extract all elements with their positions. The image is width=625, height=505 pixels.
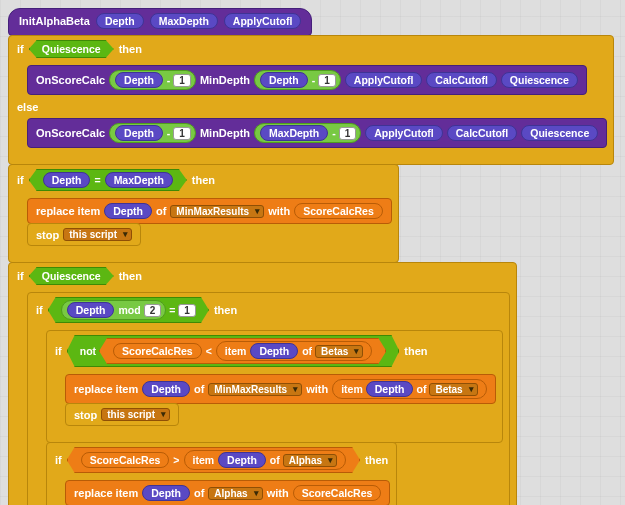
kw-then: then <box>404 345 427 357</box>
kw-of: of <box>302 345 312 357</box>
c-head: if Quiescence then <box>9 263 516 289</box>
c-head: if not ScoreCalcRes < item Depth of <box>47 331 502 371</box>
kw-if: if <box>55 345 62 357</box>
op-eq: = <box>169 304 175 316</box>
num-1: 1 <box>318 74 336 87</box>
c-head: if Quiescence then <box>9 36 613 62</box>
if-quiescence-1[interactable]: if Quiescence then OnScoreCalc Depth - 1… <box>8 35 614 165</box>
replace-alphas[interactable]: replace item Depth of Alphas with ScoreC… <box>65 480 390 505</box>
op-minus: - <box>167 74 171 86</box>
v-depth: Depth <box>43 172 91 188</box>
kw-replace-item: replace item <box>36 205 100 217</box>
kw-then: then <box>365 454 388 466</box>
dd-alphas[interactable]: Alphas <box>283 454 337 467</box>
v-maxdepth: MaxDepth <box>260 125 328 141</box>
cond-quiescence-2[interactable]: Quiescence <box>29 267 114 285</box>
v-quiescence: Quiescence <box>501 72 578 88</box>
var-quiescence: Quiescence <box>42 43 101 55</box>
kw-if: if <box>36 304 43 316</box>
param-depth: Depth <box>96 13 144 29</box>
arg-depth-1b[interactable]: Depth - 1 <box>254 70 341 90</box>
v-scorecalcres: ScoreCalcRes <box>293 485 382 501</box>
stop-script-2[interactable]: stop this script <box>65 403 179 426</box>
kw-mod: mod <box>118 304 140 316</box>
item-betas-2[interactable]: item Depth of Betas <box>332 379 487 399</box>
cond-quiescence[interactable]: Quiescence <box>29 40 114 58</box>
dd-alphas[interactable]: Alphas <box>208 487 262 500</box>
dd-this-script[interactable]: this script <box>101 408 170 421</box>
num-2: 2 <box>144 304 162 317</box>
if-quiescence-2[interactable]: if Quiescence then if Depth mod 2 = <box>8 262 517 505</box>
kw-if: if <box>17 43 24 55</box>
script-stack: InitAlphaBeta Depth MaxDepth ApplyCutofl… <box>8 8 617 505</box>
v-depth: Depth <box>366 381 414 397</box>
kw-replace-item: replace item <box>74 383 138 395</box>
item-alphas-1[interactable]: item Depth of Alphas <box>184 450 347 470</box>
num-1: 1 <box>173 127 191 140</box>
cond-lt[interactable]: ScoreCalcRes < item Depth of Betas <box>99 338 386 364</box>
v-depth: Depth <box>260 72 308 88</box>
c-body: replace item Depth of MinMaxResults with… <box>23 195 398 250</box>
kw-item: item <box>193 454 215 466</box>
op-mod[interactable]: Depth mod 2 <box>61 300 166 320</box>
kw-item: item <box>341 383 363 395</box>
cond-mod2-eq-1[interactable]: Depth mod 2 = 1 <box>48 297 209 323</box>
if-depth-eq-maxdepth[interactable]: if Depth = MaxDepth then replace item De… <box>8 164 399 263</box>
v-depth: Depth <box>115 125 163 141</box>
kw-then: then <box>192 174 215 186</box>
c-head: if Depth mod 2 = 1 then <box>28 293 509 327</box>
v-depth: Depth <box>67 302 115 318</box>
if-depth-mod2[interactable]: if Depth mod 2 = 1 then <box>27 292 510 505</box>
call-onscorecalc-b[interactable]: OnScoreCalc Depth - 1 MinDepth MaxDepth … <box>27 118 607 148</box>
arg-maxdepth-1[interactable]: MaxDepth - 1 <box>254 123 361 143</box>
cond-depth-eq-maxdepth[interactable]: Depth = MaxDepth <box>29 169 187 191</box>
v-scorecalcres: ScoreCalcRes <box>294 203 383 219</box>
dd-betas[interactable]: Betas <box>429 383 477 396</box>
c-body: replace item Depth of Alphas with ScoreC… <box>61 477 396 505</box>
dd-minmaxresults[interactable]: MinMaxResults <box>170 205 264 218</box>
v-applycutofl: ApplyCutofl <box>345 72 423 88</box>
kw-replace-item: replace item <box>74 487 138 499</box>
if-not-lt-betas[interactable]: if not ScoreCalcRes < item Depth of <box>46 330 503 443</box>
replace-minmax-2[interactable]: replace item Depth of MinMaxResults with… <box>65 374 496 404</box>
dd-betas[interactable]: Betas <box>315 345 363 358</box>
kw-of: of <box>194 383 204 395</box>
c-body: if not ScoreCalcRes < item Depth of <box>42 327 509 505</box>
kw-of: of <box>416 383 426 395</box>
kw-with: with <box>267 487 289 499</box>
kw-stop: stop <box>36 229 59 241</box>
arg-depth-1a[interactable]: Depth - 1 <box>109 70 196 90</box>
cond-gt[interactable]: ScoreCalcRes > item Depth of Alphas <box>67 447 360 473</box>
arg-depth-2a[interactable]: Depth - 1 <box>109 123 196 143</box>
op-minus: - <box>332 127 336 139</box>
v-maxdepth: MaxDepth <box>105 172 173 188</box>
c-body: replace item Depth of MinMaxResults with… <box>61 371 502 430</box>
v-depth: Depth <box>142 381 190 397</box>
define-hat[interactable]: InitAlphaBeta Depth MaxDepth ApplyCutofl <box>8 8 312 36</box>
stop-script-1[interactable]: stop this script <box>27 223 141 246</box>
v-depth: Depth <box>218 452 266 468</box>
call-onscorecalc-a[interactable]: OnScoreCalc Depth - 1 MinDepth Depth - 1… <box>27 65 587 95</box>
kw-of: of <box>194 487 204 499</box>
op-gt: > <box>173 454 179 466</box>
v-calccutofl: CalcCutofl <box>447 125 518 141</box>
replace-minmax-1[interactable]: replace item Depth of MinMaxResults with… <box>27 198 392 224</box>
kw-not: not <box>80 345 96 357</box>
dd-minmaxresults[interactable]: MinMaxResults <box>208 383 302 396</box>
v-scorecalcres: ScoreCalcRes <box>113 343 202 359</box>
kw-if: if <box>55 454 62 466</box>
v-quiescence: Quiescence <box>521 125 598 141</box>
op-eq: = <box>94 174 100 186</box>
v-scorecalcres: ScoreCalcRes <box>81 452 170 468</box>
dd-this-script[interactable]: this script <box>63 228 132 241</box>
cond-not[interactable]: not ScoreCalcRes < item Depth of Betas <box>67 335 400 367</box>
item-betas-1[interactable]: item Depth of Betas <box>216 341 373 361</box>
num-1: 1 <box>173 74 191 87</box>
kw-if: if <box>17 270 24 282</box>
kw-then: then <box>119 43 142 55</box>
op-minus: - <box>167 127 171 139</box>
if-gt-alphas[interactable]: if ScoreCalcRes > item Depth of Alphas <box>46 442 397 505</box>
v-depth: Depth <box>250 343 298 359</box>
kw-with: with <box>268 205 290 217</box>
lbl-onscorecalc: OnScoreCalc <box>36 74 105 86</box>
